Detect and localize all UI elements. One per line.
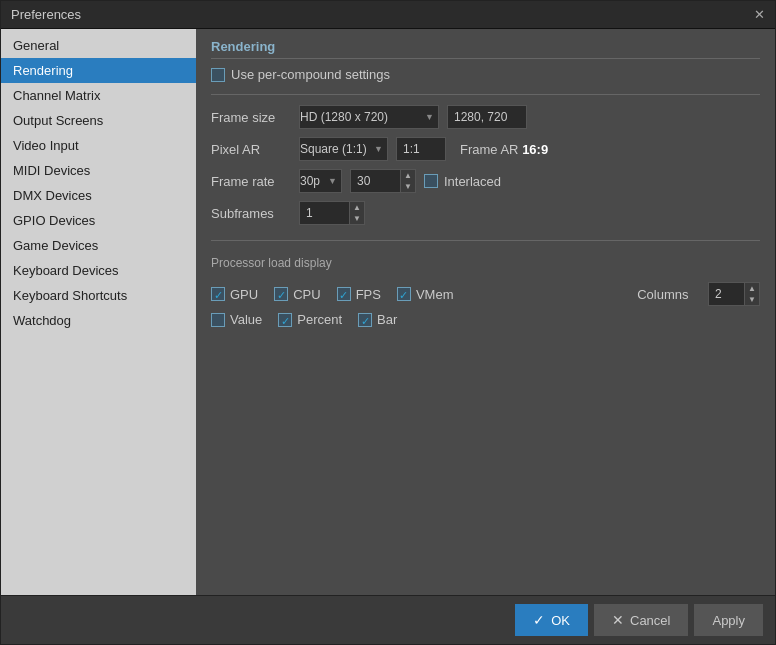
frame-rate-spin-buttons: ▲ ▼: [400, 169, 416, 193]
value-label: Value: [230, 312, 262, 327]
columns-label: Columns: [637, 287, 692, 302]
sidebar-item-dmx-devices[interactable]: DMX Devices: [1, 183, 196, 208]
frame-rate-spin-input[interactable]: [350, 169, 400, 193]
columns-spin-up[interactable]: ▲: [745, 283, 759, 294]
sidebar-item-keyboard-devices[interactable]: Keyboard Devices: [1, 258, 196, 283]
ok-label: OK: [551, 613, 570, 628]
sidebar-item-rendering[interactable]: Rendering: [1, 58, 196, 83]
frame-rate-spin-up[interactable]: ▲: [401, 170, 415, 181]
frame-size-label: Frame size: [211, 110, 291, 125]
pixel-ar-select[interactable]: Square (1:1)4:316:9: [299, 137, 388, 161]
frame-rate-select-wrapper: 30p25p24p60p50p: [299, 169, 342, 193]
pixel-ar-label: Pixel AR: [211, 142, 291, 157]
cpu-label: CPU: [293, 287, 320, 302]
sidebar-item-channel-matrix[interactable]: Channel Matrix: [1, 83, 196, 108]
gpu-label: GPU: [230, 287, 258, 302]
rendering-form: Frame size HD (1280 x 720)SD (640 x 480)…: [211, 105, 760, 225]
value-checkbox[interactable]: [211, 313, 225, 327]
cancel-button[interactable]: ✕ Cancel: [594, 604, 688, 636]
sidebar-item-video-input[interactable]: Video Input: [1, 133, 196, 158]
frame-size-input[interactable]: [447, 105, 527, 129]
sidebar-item-keyboard-shortcuts[interactable]: Keyboard Shortcuts: [1, 283, 196, 308]
fps-checkbox[interactable]: [337, 287, 351, 301]
columns-spin-buttons: ▲ ▼: [744, 282, 760, 306]
frame-size-row: Frame size HD (1280 x 720)SD (640 x 480)…: [211, 105, 760, 129]
ok-button[interactable]: ✓ OK: [515, 604, 588, 636]
bar-item: Bar: [358, 312, 397, 327]
title-bar: Preferences ✕: [1, 1, 775, 29]
use-per-compound-checkbox[interactable]: [211, 68, 225, 82]
subframes-spin-up[interactable]: ▲: [350, 202, 364, 213]
fps-item: FPS: [337, 287, 381, 302]
cancel-label: Cancel: [630, 613, 670, 628]
processor-row-2: Value Percent Bar: [211, 312, 760, 327]
cpu-item: CPU: [274, 287, 320, 302]
frame-rate-select[interactable]: 30p25p24p60p50p: [299, 169, 342, 193]
sidebar-item-watchdog[interactable]: Watchdog: [1, 308, 196, 333]
interlaced-row: Interlaced: [424, 174, 501, 189]
percent-item: Percent: [278, 312, 342, 327]
footer: ✓ OK ✕ Cancel Apply: [1, 595, 775, 644]
sidebar-item-midi-devices[interactable]: MIDI Devices: [1, 158, 196, 183]
columns-spin-down[interactable]: ▼: [745, 294, 759, 305]
vmem-checkbox[interactable]: [397, 287, 411, 301]
columns-spinbox: ▲ ▼: [708, 282, 760, 306]
pixel-ar-row: Pixel AR Square (1:1)4:316:9 Frame AR 16…: [211, 137, 760, 161]
cancel-icon: ✕: [612, 612, 624, 628]
processor-row-1: GPU CPU FPS VMem Columns: [211, 282, 760, 306]
preferences-dialog: Preferences ✕ GeneralRenderingChannel Ma…: [0, 0, 776, 645]
sidebar: GeneralRenderingChannel MatrixOutput Scr…: [1, 29, 196, 595]
subframes-spin-buttons: ▲ ▼: [349, 201, 365, 225]
cpu-checkbox[interactable]: [274, 287, 288, 301]
columns-spin-input[interactable]: [708, 282, 744, 306]
vmem-item: VMem: [397, 287, 454, 302]
bar-label: Bar: [377, 312, 397, 327]
sidebar-item-general[interactable]: General: [1, 33, 196, 58]
use-per-compound-row: Use per-compound settings: [211, 67, 760, 82]
pixel-ar-input[interactable]: [396, 137, 446, 161]
main-content: GeneralRenderingChannel MatrixOutput Scr…: [1, 29, 775, 595]
processor-section: Processor load display GPU CPU FPS: [211, 256, 760, 327]
vmem-label: VMem: [416, 287, 454, 302]
percent-checkbox[interactable]: [278, 313, 292, 327]
fps-label: FPS: [356, 287, 381, 302]
frame-rate-row: Frame rate 30p25p24p60p50p ▲ ▼: [211, 169, 760, 193]
gpu-item: GPU: [211, 287, 258, 302]
dialog-title: Preferences: [11, 7, 81, 22]
frame-rate-spinbox: ▲ ▼: [350, 169, 416, 193]
sidebar-item-gpio-devices[interactable]: GPIO Devices: [1, 208, 196, 233]
content-area: Rendering Use per-compound settings Fram…: [196, 29, 775, 595]
gpu-checkbox[interactable]: [211, 287, 225, 301]
frame-size-select-wrapper: HD (1280 x 720)SD (640 x 480)Full HD (19…: [299, 105, 439, 129]
section-title: Rendering: [211, 39, 760, 59]
subframes-spin-input[interactable]: [299, 201, 349, 225]
apply-button[interactable]: Apply: [694, 604, 763, 636]
close-button[interactable]: ✕: [754, 8, 765, 21]
sidebar-item-game-devices[interactable]: Game Devices: [1, 233, 196, 258]
frame-ar-label: Frame AR 16:9: [460, 142, 548, 157]
interlaced-label: Interlaced: [444, 174, 501, 189]
percent-label: Percent: [297, 312, 342, 327]
frame-rate-spin-down[interactable]: ▼: [401, 181, 415, 192]
frame-rate-label: Frame rate: [211, 174, 291, 189]
subframes-label: Subframes: [211, 206, 291, 221]
use-per-compound-label: Use per-compound settings: [231, 67, 390, 82]
bar-checkbox[interactable]: [358, 313, 372, 327]
sidebar-item-output-screens[interactable]: Output Screens: [1, 108, 196, 133]
divider-1: [211, 94, 760, 95]
subframes-spinbox: ▲ ▼: [299, 201, 365, 225]
processor-section-title: Processor load display: [211, 256, 760, 274]
value-item: Value: [211, 312, 262, 327]
interlaced-checkbox[interactable]: [424, 174, 438, 188]
subframes-row: Subframes ▲ ▼: [211, 201, 760, 225]
frame-ar-value: 16:9: [522, 142, 548, 157]
ok-icon: ✓: [533, 612, 545, 628]
divider-2: [211, 240, 760, 241]
frame-size-select[interactable]: HD (1280 x 720)SD (640 x 480)Full HD (19…: [299, 105, 439, 129]
subframes-spin-down[interactable]: ▼: [350, 213, 364, 224]
pixel-ar-select-wrapper: Square (1:1)4:316:9: [299, 137, 388, 161]
apply-label: Apply: [712, 613, 745, 628]
